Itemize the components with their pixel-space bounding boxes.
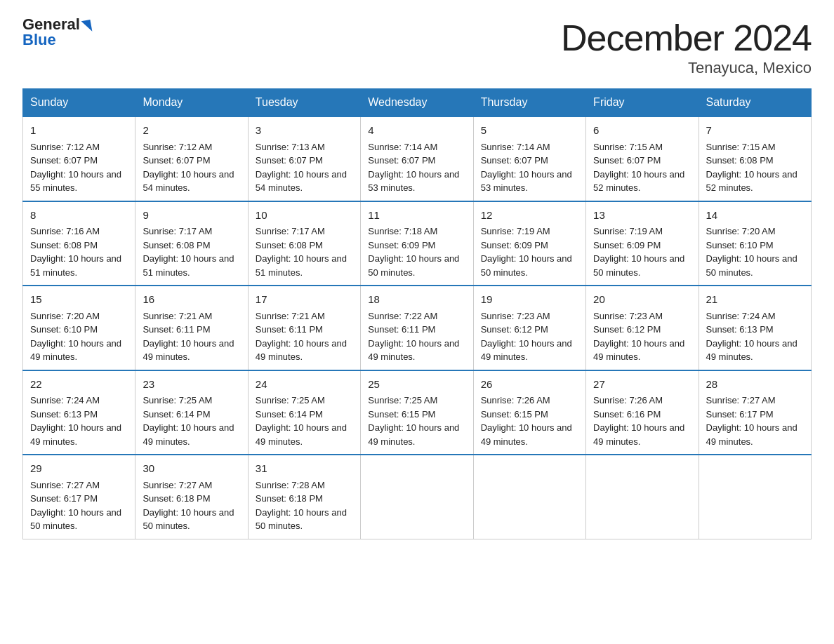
day-number: 31 [256, 461, 353, 477]
table-row [473, 455, 585, 539]
day-number: 4 [368, 123, 465, 139]
table-row: 30Sunrise: 7:27 AMSunset: 6:18 PMDayligh… [135, 455, 248, 539]
day-number: 26 [481, 377, 578, 393]
day-number: 17 [256, 292, 353, 308]
day-number: 9 [143, 208, 240, 224]
day-info: Sunrise: 7:24 AMSunset: 6:13 PMDaylight:… [706, 309, 804, 364]
day-info: Sunrise: 7:19 AMSunset: 6:09 PMDaylight:… [593, 224, 691, 279]
calendar-week-row: 22Sunrise: 7:24 AMSunset: 6:13 PMDayligh… [23, 370, 812, 455]
day-info: Sunrise: 7:25 AMSunset: 6:15 PMDaylight:… [368, 394, 465, 448]
day-number: 12 [481, 208, 578, 224]
table-row: 7Sunrise: 7:15 AMSunset: 6:08 PMDaylight… [699, 116, 811, 201]
table-row: 24Sunrise: 7:25 AMSunset: 6:14 PMDayligh… [248, 370, 360, 455]
table-row [586, 455, 699, 539]
logo-blue-text: Blue [22, 31, 56, 48]
day-info: Sunrise: 7:22 AMSunset: 6:11 PMDaylight:… [368, 309, 465, 364]
calendar-subtitle: Tenayuca, Mexico [561, 59, 812, 77]
table-row: 6Sunrise: 7:15 AMSunset: 6:07 PMDaylight… [586, 116, 699, 201]
table-row: 1Sunrise: 7:12 AMSunset: 6:07 PMDaylight… [23, 116, 135, 201]
table-row [699, 455, 811, 539]
day-number: 3 [256, 123, 353, 139]
table-row: 12Sunrise: 7:19 AMSunset: 6:09 PMDayligh… [473, 201, 585, 286]
day-info: Sunrise: 7:27 AMSunset: 6:18 PMDaylight:… [143, 478, 240, 533]
day-number: 8 [30, 208, 128, 224]
table-row: 15Sunrise: 7:20 AMSunset: 6:10 PMDayligh… [23, 286, 135, 370]
col-wednesday: Wednesday [361, 89, 473, 117]
table-row: 21Sunrise: 7:24 AMSunset: 6:13 PMDayligh… [699, 286, 811, 370]
day-number: 1 [30, 123, 128, 139]
table-row: 11Sunrise: 7:18 AMSunset: 6:09 PMDayligh… [361, 201, 473, 286]
table-row: 27Sunrise: 7:26 AMSunset: 6:16 PMDayligh… [586, 370, 699, 455]
table-row: 25Sunrise: 7:25 AMSunset: 6:15 PMDayligh… [361, 370, 473, 455]
day-number: 14 [706, 208, 804, 224]
day-number: 6 [593, 123, 691, 139]
day-info: Sunrise: 7:12 AMSunset: 6:07 PMDaylight:… [143, 140, 240, 195]
day-info: Sunrise: 7:21 AMSunset: 6:11 PMDaylight:… [256, 309, 353, 364]
table-row: 3Sunrise: 7:13 AMSunset: 6:07 PMDaylight… [248, 116, 360, 201]
day-number: 16 [143, 292, 240, 308]
day-number: 24 [256, 377, 353, 393]
calendar-week-row: 15Sunrise: 7:20 AMSunset: 6:10 PMDayligh… [23, 286, 812, 370]
day-info: Sunrise: 7:15 AMSunset: 6:08 PMDaylight:… [706, 140, 804, 195]
day-number: 20 [593, 292, 691, 308]
table-row: 10Sunrise: 7:17 AMSunset: 6:08 PMDayligh… [248, 201, 360, 286]
day-info: Sunrise: 7:16 AMSunset: 6:08 PMDaylight:… [30, 224, 128, 279]
calendar-table: Sunday Monday Tuesday Wednesday Thursday… [22, 88, 812, 539]
table-row: 14Sunrise: 7:20 AMSunset: 6:10 PMDayligh… [699, 201, 811, 286]
table-row: 20Sunrise: 7:23 AMSunset: 6:12 PMDayligh… [586, 286, 699, 370]
day-info: Sunrise: 7:17 AMSunset: 6:08 PMDaylight:… [143, 224, 240, 279]
col-sunday: Sunday [23, 89, 135, 117]
day-number: 22 [30, 377, 128, 393]
logo-general-text: General [22, 15, 80, 33]
table-row: 8Sunrise: 7:16 AMSunset: 6:08 PMDaylight… [23, 201, 135, 286]
day-number: 29 [30, 461, 128, 477]
day-info: Sunrise: 7:24 AMSunset: 6:13 PMDaylight:… [30, 394, 128, 448]
col-friday: Friday [586, 89, 699, 117]
day-info: Sunrise: 7:14 AMSunset: 6:07 PMDaylight:… [368, 140, 465, 195]
table-row: 23Sunrise: 7:25 AMSunset: 6:14 PMDayligh… [135, 370, 248, 455]
calendar-title: December 2024 [561, 17, 812, 59]
day-info: Sunrise: 7:25 AMSunset: 6:14 PMDaylight:… [143, 394, 240, 448]
day-info: Sunrise: 7:26 AMSunset: 6:15 PMDaylight:… [481, 394, 578, 448]
day-number: 30 [143, 461, 240, 477]
table-row: 31Sunrise: 7:28 AMSunset: 6:18 PMDayligh… [248, 455, 360, 539]
col-tuesday: Tuesday [248, 89, 360, 117]
calendar-header-row: Sunday Monday Tuesday Wednesday Thursday… [23, 89, 812, 117]
day-info: Sunrise: 7:13 AMSunset: 6:07 PMDaylight:… [256, 140, 353, 195]
table-row: 17Sunrise: 7:21 AMSunset: 6:11 PMDayligh… [248, 286, 360, 370]
day-number: 18 [368, 292, 465, 308]
day-info: Sunrise: 7:17 AMSunset: 6:08 PMDaylight:… [256, 224, 353, 279]
day-info: Sunrise: 7:12 AMSunset: 6:07 PMDaylight:… [30, 140, 128, 195]
title-block: December 2024 Tenayuca, Mexico [561, 17, 812, 77]
col-monday: Monday [135, 89, 248, 117]
day-number: 25 [368, 377, 465, 393]
col-thursday: Thursday [473, 89, 585, 117]
day-info: Sunrise: 7:19 AMSunset: 6:09 PMDaylight:… [481, 224, 578, 279]
day-info: Sunrise: 7:20 AMSunset: 6:10 PMDaylight:… [30, 309, 128, 364]
day-info: Sunrise: 7:27 AMSunset: 6:17 PMDaylight:… [30, 478, 128, 533]
day-number: 10 [256, 208, 353, 224]
calendar-week-row: 29Sunrise: 7:27 AMSunset: 6:17 PMDayligh… [23, 455, 812, 539]
table-row: 9Sunrise: 7:17 AMSunset: 6:08 PMDaylight… [135, 201, 248, 286]
day-info: Sunrise: 7:21 AMSunset: 6:11 PMDaylight:… [143, 309, 240, 364]
day-number: 13 [593, 208, 691, 224]
day-info: Sunrise: 7:28 AMSunset: 6:18 PMDaylight:… [256, 478, 353, 533]
day-number: 15 [30, 292, 128, 308]
day-info: Sunrise: 7:14 AMSunset: 6:07 PMDaylight:… [481, 140, 578, 195]
day-number: 28 [706, 377, 804, 393]
day-info: Sunrise: 7:23 AMSunset: 6:12 PMDaylight:… [593, 309, 691, 364]
table-row: 2Sunrise: 7:12 AMSunset: 6:07 PMDaylight… [135, 116, 248, 201]
day-number: 5 [481, 123, 578, 139]
day-number: 7 [706, 123, 804, 139]
table-row: 4Sunrise: 7:14 AMSunset: 6:07 PMDaylight… [361, 116, 473, 201]
day-info: Sunrise: 7:20 AMSunset: 6:10 PMDaylight:… [706, 224, 804, 279]
day-info: Sunrise: 7:18 AMSunset: 6:09 PMDaylight:… [368, 224, 465, 279]
day-info: Sunrise: 7:15 AMSunset: 6:07 PMDaylight:… [593, 140, 691, 195]
day-number: 19 [481, 292, 578, 308]
day-info: Sunrise: 7:27 AMSunset: 6:17 PMDaylight:… [706, 394, 804, 448]
table-row: 5Sunrise: 7:14 AMSunset: 6:07 PMDaylight… [473, 116, 585, 201]
day-info: Sunrise: 7:26 AMSunset: 6:16 PMDaylight:… [593, 394, 691, 448]
day-info: Sunrise: 7:25 AMSunset: 6:14 PMDaylight:… [256, 394, 353, 448]
table-row: 29Sunrise: 7:27 AMSunset: 6:17 PMDayligh… [23, 455, 135, 539]
table-row: 18Sunrise: 7:22 AMSunset: 6:11 PMDayligh… [361, 286, 473, 370]
